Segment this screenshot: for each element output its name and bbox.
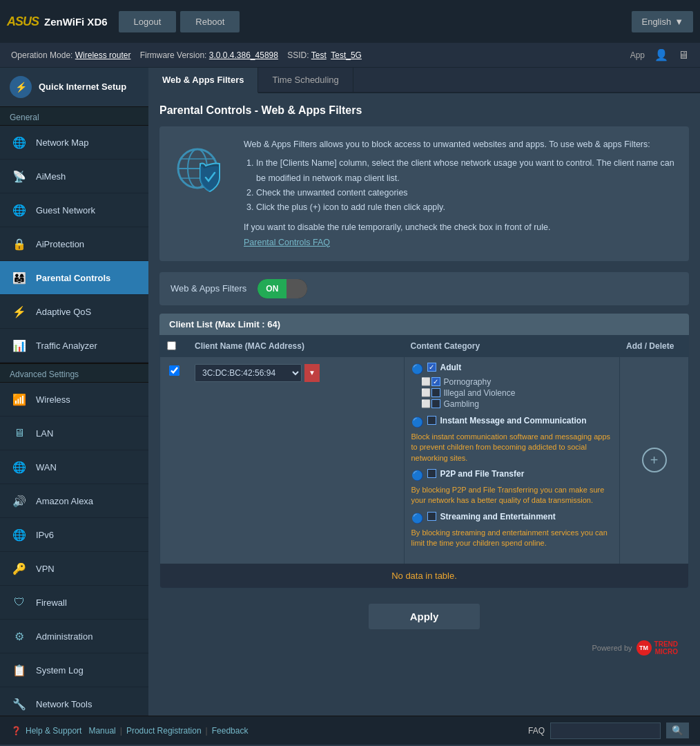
sidebar-item-wireless[interactable]: 📶 Wireless — [0, 383, 148, 417]
instant-message-group-icon: 🔵 — [411, 417, 423, 428]
trend-micro-icon: TM — [636, 640, 652, 656]
filter-toggle-row: Web & Apps Filters ON — [159, 272, 689, 305]
faq-search-button[interactable]: 🔍 — [666, 723, 689, 738]
no-data-row: No data in table. — [160, 564, 688, 588]
add-delete-cell: + — [619, 357, 688, 564]
mac-select-wrap: 3C:DC:BC:42:56:94 ▼ — [195, 364, 320, 382]
tab-time-scheduling[interactable]: Time Scheduling — [258, 68, 353, 92]
ipv6-icon: 🌐 — [10, 525, 29, 544]
system-log-icon: 📋 — [10, 660, 29, 680]
sidebar-item-label: Firewall — [36, 597, 67, 608]
instant-message-label: Instant Message and Communication — [440, 416, 587, 425]
sidebar-item-label: Adaptive QoS — [36, 307, 91, 317]
row-checkbox[interactable] — [169, 365, 179, 376]
sidebar-item-wan[interactable]: 🌐 WAN — [0, 450, 148, 484]
client-name-cell: 3C:DC:BC:42:56:94 ▼ — [188, 357, 404, 564]
traffic-analyzer-icon: 📊 — [10, 336, 29, 355]
mac-address-select[interactable]: 3C:DC:BC:42:56:94 — [195, 364, 302, 382]
sidebar-item-network-map[interactable]: 🌐 Network Map — [0, 126, 148, 160]
sidebar-item-network-tools[interactable]: 🔧 Network Tools — [0, 687, 148, 716]
language-button[interactable]: English ▼ — [632, 11, 693, 32]
mac-dropdown-button[interactable]: ▼ — [304, 364, 320, 382]
sidebar-item-label: Network Tools — [36, 699, 92, 709]
content-area: Parental Controls - Web & Apps Filters — [148, 93, 700, 716]
sidebar-item-guest-network[interactable]: 🌐 Guest Network — [0, 193, 148, 227]
sidebar-item-label: Amazon Alexa — [36, 496, 93, 506]
adult-group-icon: 🔵 — [411, 363, 423, 374]
sidebar-item-label: System Log — [36, 665, 84, 676]
logout-button[interactable]: Logout — [119, 11, 177, 32]
sidebar-item-aiprotection[interactable]: 🔒 AiProtection — [0, 227, 148, 261]
sidebar-item-amazon-alexa[interactable]: 🔊 Amazon Alexa — [0, 484, 148, 518]
help-support-link[interactable]: ❓ Help & Support — [11, 726, 81, 736]
instant-message-warning: Block instant communication software and… — [411, 432, 613, 463]
manual-link[interactable]: Manual — [88, 726, 115, 736]
logo-area: ASUS ZenWiFi XD6 — [7, 15, 108, 29]
content-category-header: Content Category — [404, 341, 620, 351]
toggle-off-area — [286, 279, 307, 298]
row-check-cell — [160, 357, 188, 564]
web-apps-filter-toggle[interactable]: ON — [257, 279, 307, 298]
sidebar-item-label: Network Map — [36, 137, 89, 148]
p2p-checkbox[interactable] — [427, 469, 436, 478]
aiprotection-icon: 🔒 — [10, 234, 29, 254]
streaming-checkbox[interactable] — [427, 512, 436, 521]
sidebar-item-label: VPN — [36, 564, 55, 574]
sidebar-item-system-log[interactable]: 📋 System Log — [0, 653, 148, 687]
quick-setup-icon: ⚡ — [10, 76, 32, 98]
sidebar-item-adaptive-qos[interactable]: ⚡ Adaptive QoS — [0, 295, 148, 329]
network-tools-icon: 🔧 — [10, 694, 29, 714]
p2p-group-icon: 🔵 — [411, 470, 423, 481]
illegal-violence-label: Illegal and Violence — [444, 388, 516, 398]
ssid-link[interactable]: Test — [311, 50, 327, 60]
sidebar-item-quick-internet-setup[interactable]: ⚡ Quick Internet Setup — [0, 68, 148, 107]
main-content: Web & Apps Filters Time Scheduling Paren… — [148, 68, 700, 716]
sidebar-item-firewall[interactable]: 🛡 Firewall — [0, 586, 148, 620]
adult-label: Adult — [440, 363, 462, 372]
guest-network-icon: 🌐 — [10, 200, 29, 220]
add-delete-header: Add / Delete — [619, 341, 688, 351]
client-name-header: Client Name (MAC Address) — [188, 341, 404, 351]
faq-search-input[interactable] — [550, 723, 661, 739]
adult-checkbox[interactable] — [427, 363, 436, 372]
operation-mode-link[interactable]: Wireless router — [75, 50, 131, 60]
adult-subcategories: ⬜ Pornography ⬜ Illegal and Violence ⬜ — [421, 377, 613, 409]
firmware-link[interactable]: 3.0.0.4.386_45898 — [209, 50, 278, 60]
sidebar-item-traffic-analyzer[interactable]: 📊 Traffic Analyzer — [0, 329, 148, 363]
sidebar-item-lan[interactable]: 🖥 LAN — [0, 417, 148, 450]
reboot-button[interactable]: Reboot — [180, 11, 240, 32]
table-row: 3C:DC:BC:42:56:94 ▼ 🔵 Adult — [160, 356, 688, 564]
info-bar: Operation Mode: Wireless router Firmware… — [0, 43, 700, 68]
sidebar-item-parental-controls[interactable]: 👨‍👩‍👧 Parental Controls — [0, 261, 148, 295]
info-right-icons: App 👤 🖥 — [630, 48, 689, 61]
sidebar-item-label: Administration — [36, 631, 93, 642]
tab-web-apps-filters[interactable]: Web & Apps Filters — [148, 68, 258, 93]
apply-button[interactable]: Apply — [369, 604, 480, 629]
gambling-checkbox[interactable] — [431, 399, 440, 408]
sidebar-item-vpn[interactable]: 🔑 VPN — [0, 552, 148, 586]
world-shield-icon — [171, 137, 233, 200]
user-icon[interactable]: 👤 — [654, 48, 668, 61]
instant-message-checkbox[interactable] — [427, 416, 436, 425]
quick-setup-label: Quick Internet Setup — [39, 82, 126, 93]
add-rule-button[interactable]: + — [642, 448, 667, 472]
ssid-5g-link[interactable]: Test_5G — [331, 50, 362, 60]
sidebar-item-label: LAN — [36, 428, 53, 439]
table-header: Client Name (MAC Address) Content Catego… — [160, 336, 688, 356]
app-label: App — [630, 50, 645, 60]
select-all-checkbox[interactable] — [167, 341, 176, 350]
language-label: English — [641, 17, 671, 27]
streaming-warning: By blocking streaming and entertainment … — [411, 528, 613, 549]
illegal-violence-checkbox[interactable] — [431, 388, 440, 397]
feedback-link[interactable]: Feedback — [212, 726, 249, 736]
monitor-icon[interactable]: 🖥 — [678, 49, 689, 61]
sidebar-item-administration[interactable]: ⚙ Administration — [0, 620, 148, 653]
pornography-checkbox[interactable] — [431, 377, 440, 386]
administration-icon: ⚙ — [10, 627, 29, 646]
p2p-label: P2P and File Transfer — [440, 469, 525, 479]
toggle-on-label: ON — [257, 279, 286, 298]
parental-controls-faq-link[interactable]: Parental Controls FAQ — [244, 238, 330, 247]
sidebar-item-ipv6[interactable]: 🌐 IPv6 — [0, 518, 148, 552]
sidebar-item-aimesh[interactable]: 📡 AiMesh — [0, 160, 148, 193]
product-registration-link[interactable]: Product Registration — [126, 726, 202, 736]
